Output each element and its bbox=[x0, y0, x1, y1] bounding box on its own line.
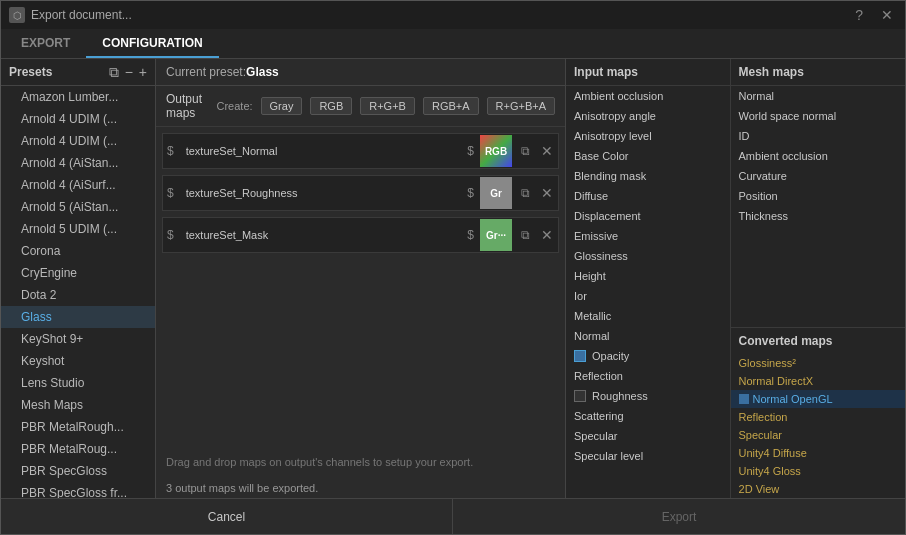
list-item[interactable]: Arnold 4 (AiSurf... bbox=[1, 174, 155, 196]
list-item[interactable]: Dota 2 bbox=[1, 284, 155, 306]
list-item[interactable]: Lens Studio bbox=[1, 372, 155, 394]
list-item[interactable]: PBR MetalRough... bbox=[1, 416, 155, 438]
map-name-input[interactable] bbox=[178, 145, 464, 157]
cancel-button[interactable]: Cancel bbox=[1, 499, 453, 534]
list-item[interactable]: Height bbox=[566, 266, 730, 286]
close-button[interactable]: ✕ bbox=[877, 5, 897, 25]
list-item[interactable]: Specular level bbox=[566, 446, 730, 466]
map-badge-gr-dots: Gr··· bbox=[480, 219, 512, 251]
list-item[interactable]: Position bbox=[731, 186, 905, 206]
list-item[interactable]: Unity4 Diffuse bbox=[731, 444, 905, 462]
input-maps-list: Ambient occlusion Anisotropy angle Aniso… bbox=[566, 86, 730, 498]
list-item[interactable]: Arnold 5 (AiStan... bbox=[1, 196, 155, 218]
input-maps-panel: Input maps Ambient occlusion Anisotropy … bbox=[566, 59, 731, 498]
list-item[interactable]: Keyshot bbox=[1, 350, 155, 372]
list-item[interactable]: Arnold 4 UDIM (... bbox=[1, 130, 155, 152]
map-badge-rgb: RGB bbox=[480, 135, 512, 167]
main-content: Presets ⧉ − + Amazon Lumber... Arnold 4 … bbox=[1, 59, 905, 498]
presets-list: Amazon Lumber... Arnold 4 UDIM (... Arno… bbox=[1, 86, 155, 498]
output-map-row: $ $ Gr ⧉ ✕ bbox=[162, 175, 559, 211]
list-item[interactable]: Mesh Maps bbox=[1, 394, 155, 416]
list-item[interactable]: 2D View bbox=[731, 480, 905, 498]
list-item[interactable]: Anisotropy angle bbox=[566, 106, 730, 126]
list-item[interactable]: Unity4 Gloss bbox=[731, 462, 905, 480]
list-item[interactable]: Scattering bbox=[566, 406, 730, 426]
presets-header: Presets ⧉ − + bbox=[1, 59, 155, 86]
opacity-checkbox[interactable] bbox=[574, 350, 586, 362]
output-map-row: $ $ Gr··· ⧉ ✕ bbox=[162, 217, 559, 253]
list-item[interactable]: Ambient occlusion bbox=[731, 146, 905, 166]
converted-maps-header: Converted maps bbox=[731, 328, 905, 354]
list-item[interactable]: Amazon Lumber... bbox=[1, 86, 155, 108]
output-maps-list: $ $ RGB ⧉ ✕ $ $ Gr ⧉ ✕ $ bbox=[156, 127, 565, 446]
list-item-roughness[interactable]: Roughness bbox=[566, 386, 730, 406]
drag-hint: Drag and drop maps on output's channels … bbox=[156, 446, 565, 478]
export-button[interactable]: Export bbox=[453, 499, 905, 534]
list-item[interactable]: Metallic bbox=[566, 306, 730, 326]
list-item[interactable]: Normal bbox=[566, 326, 730, 346]
list-item[interactable]: Normal bbox=[731, 86, 905, 106]
list-item[interactable]: CryEngine bbox=[1, 262, 155, 284]
list-item[interactable]: PBR SpecGloss fr... bbox=[1, 482, 155, 498]
list-item[interactable]: PBR MetalRoug... bbox=[1, 438, 155, 460]
copy-preset-button[interactable]: ⧉ bbox=[109, 65, 119, 79]
list-item[interactable]: Anisotropy level bbox=[566, 126, 730, 146]
create-rgb-button[interactable]: RGB bbox=[310, 97, 352, 115]
tab-bar: EXPORT CONFIGURATION bbox=[1, 29, 905, 59]
list-item[interactable]: Arnold 4 (AiStan... bbox=[1, 152, 155, 174]
list-item[interactable]: Curvature bbox=[731, 166, 905, 186]
list-item[interactable]: Ambient occlusion bbox=[566, 86, 730, 106]
list-item-glass[interactable]: Glass bbox=[1, 306, 155, 328]
list-item[interactable]: Displacement bbox=[566, 206, 730, 226]
list-item[interactable]: Specular bbox=[731, 426, 905, 444]
list-item[interactable]: Ior bbox=[566, 286, 730, 306]
remove-map-button[interactable]: ✕ bbox=[536, 182, 558, 204]
create-gray-button[interactable]: Gray bbox=[261, 97, 303, 115]
list-item[interactable]: KeyShot 9+ bbox=[1, 328, 155, 350]
current-preset-value: Glass bbox=[246, 65, 279, 79]
remove-map-button[interactable]: ✕ bbox=[536, 224, 558, 246]
remove-map-button[interactable]: ✕ bbox=[536, 140, 558, 162]
tab-export[interactable]: EXPORT bbox=[5, 30, 86, 58]
output-map-row: $ $ RGB ⧉ ✕ bbox=[162, 133, 559, 169]
list-item[interactable]: Base Color bbox=[566, 146, 730, 166]
list-item[interactable]: Diffuse bbox=[566, 186, 730, 206]
map-name-input[interactable] bbox=[178, 229, 464, 241]
list-item[interactable]: Corona bbox=[1, 240, 155, 262]
list-item[interactable]: Arnold 5 UDIM (... bbox=[1, 218, 155, 240]
list-item[interactable]: Specular bbox=[566, 426, 730, 446]
list-item[interactable]: ID bbox=[731, 126, 905, 146]
create-r-g-b-button[interactable]: R+G+B bbox=[360, 97, 415, 115]
list-item-opacity[interactable]: Opacity bbox=[566, 346, 730, 366]
list-item[interactable]: PBR SpecGloss bbox=[1, 460, 155, 482]
copy-map-button[interactable]: ⧉ bbox=[514, 182, 536, 204]
list-item[interactable]: Glossiness² bbox=[731, 354, 905, 372]
tab-configuration[interactable]: CONFIGURATION bbox=[86, 30, 218, 58]
create-rgba-button[interactable]: RGB+A bbox=[423, 97, 479, 115]
list-item[interactable]: Arnold 4 UDIM (... bbox=[1, 108, 155, 130]
copy-map-button[interactable]: ⧉ bbox=[514, 140, 536, 162]
map-badge-gr: Gr bbox=[480, 177, 512, 209]
create-r-g-b-a-button[interactable]: R+G+B+A bbox=[487, 97, 555, 115]
list-item[interactable]: Reflection bbox=[731, 408, 905, 426]
list-item[interactable]: Thickness bbox=[731, 206, 905, 226]
input-maps-header: Input maps bbox=[566, 59, 730, 86]
list-item-normal-opengl[interactable]: Normal OpenGL bbox=[731, 390, 905, 408]
list-item[interactable]: Normal DirectX bbox=[731, 372, 905, 390]
help-button[interactable]: ? bbox=[851, 5, 867, 25]
list-item[interactable]: Emissive bbox=[566, 226, 730, 246]
converted-maps-section: Converted maps Glossiness² Normal Direct… bbox=[731, 327, 905, 498]
right-panels: Input maps Ambient occlusion Anisotropy … bbox=[565, 59, 905, 498]
remove-preset-button[interactable]: − bbox=[125, 65, 133, 79]
copy-map-button[interactable]: ⧉ bbox=[514, 224, 536, 246]
list-item[interactable]: Glossiness bbox=[566, 246, 730, 266]
app-icon: ⬡ bbox=[9, 7, 25, 23]
list-item[interactable]: World space normal bbox=[731, 106, 905, 126]
list-item[interactable]: Reflection bbox=[566, 366, 730, 386]
add-preset-button[interactable]: + bbox=[139, 65, 147, 79]
map-name-input[interactable] bbox=[178, 187, 464, 199]
roughness-checkbox[interactable] bbox=[574, 390, 586, 402]
export-count: 3 output maps will be exported. bbox=[156, 478, 565, 498]
preset-title-bar: Current preset:Glass bbox=[156, 59, 565, 86]
list-item[interactable]: Blending mask bbox=[566, 166, 730, 186]
